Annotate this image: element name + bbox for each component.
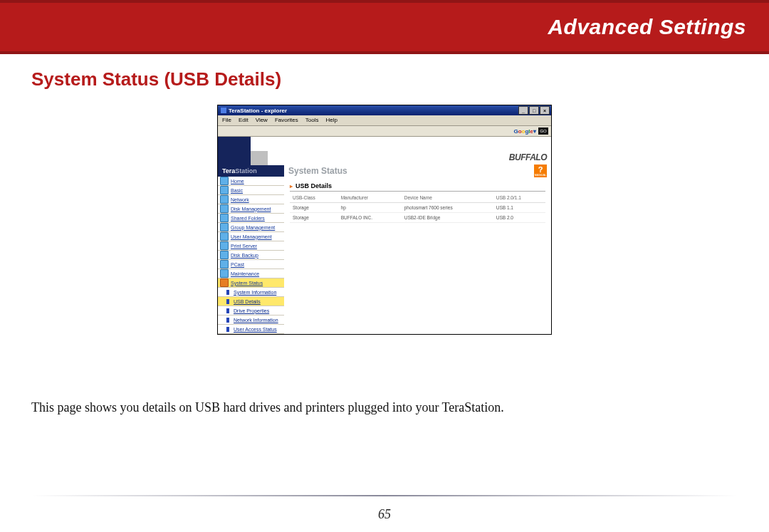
basic-icon [220,186,229,194]
status-icon [220,278,229,287]
banner-title: Advanced Settings [548,15,746,39]
maintenance-icon [220,269,229,278]
toolbar: Google▾ GO [218,126,551,137]
brand-row: TeraStation [218,165,284,177]
table-row: Storage BUFFALO INC. USB2-IDE Bridge USB… [290,213,545,223]
nav-maintenance[interactable]: Maintenance [218,269,284,278]
print-icon [220,241,229,250]
minimize-button[interactable]: _ [518,106,528,115]
col-device-name: Device Name [402,193,493,203]
page-title: System Status [288,166,347,176]
caption-text: This page shows you details on USB hard … [31,399,738,417]
nav-network[interactable]: Network [218,195,284,204]
menu-help[interactable]: Help [325,117,337,124]
subnav-user-access-status[interactable]: User Access Status [218,325,284,334]
menu-favorites[interactable]: Favorites [275,117,298,124]
subnav-usb-details[interactable]: USB Details [218,297,284,306]
pcast-icon [220,260,229,268]
nav-disk-backup[interactable]: Disk Backup [218,251,284,260]
table-header-row: USB-Class Manufacturer Device Name USB 2… [290,193,545,203]
menu-bar: File Edit View Favorites Tools Help [218,115,551,126]
menu-file[interactable]: File [222,117,231,124]
subnav-system-information[interactable]: System Information [218,288,284,297]
disk-icon [220,204,229,213]
nav-disk-management[interactable]: Disk Management [218,204,284,214]
col-usb-class: USB-Class [290,193,338,203]
home-icon [220,177,229,185]
section-title: System Status (USB Details) [31,68,769,90]
google-logo: Google▾ [513,128,536,135]
network-icon [220,195,229,204]
main-content: BUFFALO System Status ? MANUAL ▸ USB Det… [284,137,551,334]
panel-title: ▸ USB Details [290,182,545,192]
nav-basic[interactable]: Basic [218,186,284,195]
subnav-drive-properties[interactable]: Drive Properties [218,306,284,315]
screenshot-window: TeraStation - explorer _ □ × File Edit V… [217,105,552,335]
table-row: Storage hp photosmart 7600 series USB 1.… [290,203,545,213]
nav-group-management[interactable]: Group Management [218,223,284,232]
help-icon: ? [538,166,543,174]
nav-home[interactable]: Home [218,177,284,186]
nav-pcast[interactable]: PCast [218,260,284,269]
menu-view[interactable]: View [256,117,268,124]
window-titlebar: TeraStation - explorer _ □ × [218,105,551,115]
app-icon [221,108,226,113]
nav-shared-folders[interactable]: Shared Folders [218,214,284,223]
nav-print-server[interactable]: Print Server [218,241,284,251]
top-banner: Advanced Settings [0,0,769,54]
group-icon [220,223,229,231]
usb-table: USB-Class Manufacturer Device Name USB 2… [290,193,545,223]
maximize-button[interactable]: □ [529,106,539,115]
buffalo-logo: BUFFALO [509,152,547,162]
backup-icon [220,251,229,259]
col-manufacturer: Manufacturer [338,193,402,203]
nav-system-status[interactable]: System Status [218,278,284,288]
bullet-icon: ▸ [290,183,293,189]
menu-tools[interactable]: Tools [305,117,319,124]
sidebar: TeraStation Home Basic Network Disk Mana… [218,137,284,334]
close-button[interactable]: × [540,106,550,115]
go-button[interactable]: GO [538,127,548,135]
menu-edit[interactable]: Edit [239,117,249,124]
subnav-network-information[interactable]: Network Information [218,315,284,325]
nav-user-management[interactable]: User Management [218,232,284,241]
page-number: 65 [0,507,769,522]
page-rule [31,495,738,496]
sidebar-header [218,137,284,165]
col-usb-version: USB 2.0/1.1 [493,193,545,203]
help-button[interactable]: ? MANUAL [534,165,547,177]
folders-icon [220,214,229,222]
window-title: TeraStation - explorer [229,108,287,114]
user-icon [220,232,229,241]
